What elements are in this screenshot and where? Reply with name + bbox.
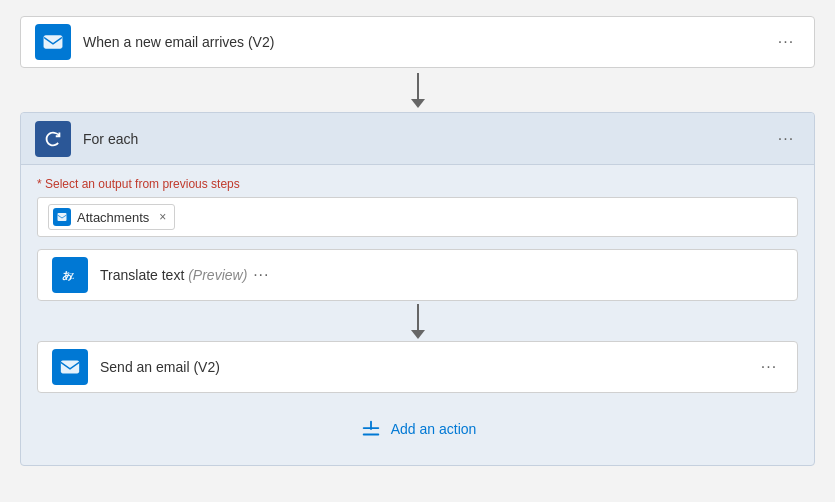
foreach-icon [35, 121, 71, 157]
attachment-tag: Attachments × [48, 204, 175, 230]
foreach-header: For each ··· [21, 113, 814, 165]
select-output-field[interactable]: Attachments × [37, 197, 798, 237]
trigger-menu[interactable]: ··· [772, 28, 800, 56]
arrow-line-1 [417, 73, 419, 99]
add-action-row: Add an action [37, 409, 798, 449]
attachment-label: Attachments [77, 210, 149, 225]
foreach-title: For each [83, 131, 772, 147]
canvas: When a new email arrives (V2) ··· For ea… [0, 0, 835, 502]
attachment-tag-icon [53, 208, 71, 226]
translate-icon: あ Z [52, 257, 88, 293]
inner-arrow [37, 301, 798, 341]
svg-rect-0 [44, 36, 62, 49]
add-action-label: Add an action [391, 421, 477, 437]
svg-rect-7 [370, 421, 372, 430]
foreach-body: * Select an output from previous steps A… [21, 165, 814, 449]
trigger-title: When a new email arrives (V2) [83, 34, 772, 50]
translate-card: あ Z Translate text (Preview) ··· [37, 249, 798, 301]
trigger-card: When a new email arrives (V2) ··· [20, 16, 815, 68]
arrow-head-1 [411, 99, 425, 108]
foreach-menu[interactable]: ··· [772, 125, 800, 153]
svg-rect-5 [61, 361, 79, 374]
translate-title: Translate text (Preview) [100, 267, 247, 283]
inner-cards: あ Z Translate text (Preview) ··· [37, 249, 798, 393]
send-email-card: Send an email (V2) ··· [37, 341, 798, 393]
foreach-container: For each ··· * Select an output from pre… [20, 112, 815, 466]
svg-text:Z: Z [69, 272, 75, 281]
send-email-menu[interactable]: ··· [755, 353, 783, 381]
add-action-icon [359, 417, 383, 441]
attachment-remove[interactable]: × [159, 210, 166, 224]
svg-rect-2 [58, 213, 67, 221]
svg-rect-8 [362, 434, 379, 436]
translate-menu[interactable]: ··· [247, 261, 275, 289]
trigger-icon [35, 24, 71, 60]
arrow-1 [20, 68, 815, 112]
inner-arrow-line [417, 304, 419, 330]
select-output-label: * Select an output from previous steps [37, 177, 798, 191]
send-email-icon [52, 349, 88, 385]
send-email-title: Send an email (V2) [100, 359, 755, 375]
add-action-button[interactable]: Add an action [343, 409, 493, 449]
inner-arrow-head [411, 330, 425, 339]
